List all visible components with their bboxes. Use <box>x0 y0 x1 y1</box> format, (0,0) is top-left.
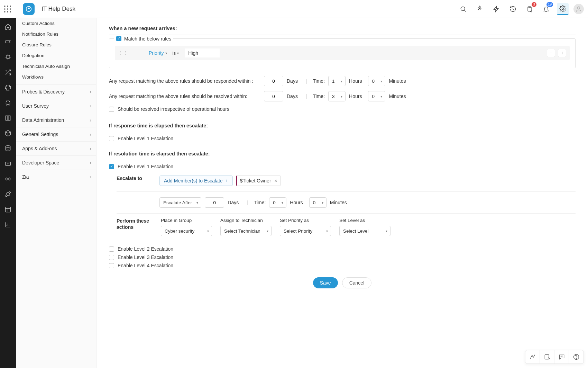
enable-l3-checkbox[interactable] <box>109 255 114 260</box>
svg-rect-18 <box>545 354 549 359</box>
resolve-days-input[interactable] <box>264 91 283 101</box>
rail-money-icon[interactable] <box>2 158 14 170</box>
rail-tool-icon[interactable] <box>2 188 14 200</box>
days-unit: Days <box>228 200 239 205</box>
gear-icon[interactable] <box>557 3 569 15</box>
set-priority-select[interactable]: Select Priority <box>280 226 331 236</box>
rail-puzzle-icon[interactable] <box>2 82 14 93</box>
chevron-right-icon: › <box>90 103 91 109</box>
cancel-button[interactable]: Cancel <box>342 277 372 288</box>
time-label: Time: <box>313 78 325 84</box>
rule-value-input[interactable]: High <box>185 48 220 57</box>
sidebar-item[interactable]: Technician Auto Assign <box>16 61 96 72</box>
rules-box: Match the below rules ⋮⋮ Priority▾ is▾ H… <box>109 38 576 68</box>
bell-icon[interactable]: 19 <box>540 3 552 15</box>
bell-badge: 19 <box>546 2 553 7</box>
place-group-select[interactable]: Cyber security <box>161 226 212 236</box>
irrespective-checkbox[interactable] <box>109 107 114 112</box>
sidebar-item[interactable]: Custom Actions <box>16 18 96 29</box>
escalate-hours-select[interactable]: 0 <box>269 197 286 208</box>
sidebar-group[interactable]: Developer Space› <box>16 155 96 170</box>
settings-sidebar: Custom Actions Notification Rules Closur… <box>16 18 97 368</box>
escalate-minutes-select[interactable]: 0 <box>309 197 327 208</box>
time-label: Time: <box>254 200 266 205</box>
rule-field-select[interactable]: Priority▾ <box>149 50 167 56</box>
clipboard-icon[interactable]: 3 <box>524 3 535 15</box>
remove-rule-button[interactable]: − <box>547 49 555 57</box>
sidebar-group[interactable]: General Settings› <box>16 127 96 141</box>
enable-l1-resolution-checkbox[interactable] <box>109 164 114 169</box>
search-icon[interactable] <box>457 3 469 15</box>
remove-tag-icon[interactable]: × <box>275 178 277 183</box>
resolve-timing-row: Any request matching the above rules sho… <box>109 91 576 101</box>
rail-chart-icon[interactable] <box>2 219 14 231</box>
rail-db-icon[interactable] <box>2 143 14 154</box>
chevron-down-icon: ▾ <box>177 51 179 55</box>
resolve-label: Any request matching the above rules sho… <box>109 93 260 99</box>
bolt-icon[interactable] <box>490 3 502 15</box>
match-rules-checkbox[interactable] <box>116 36 121 41</box>
sidebar-group[interactable]: Zia› <box>16 170 96 184</box>
set-level-select[interactable]: Select Level <box>339 226 391 236</box>
enable-l4-checkbox[interactable] <box>109 263 114 268</box>
sidebar-group[interactable]: Apps & Add-ons› <box>16 141 96 155</box>
rail-layout-icon[interactable] <box>2 204 14 215</box>
respond-hours-select[interactable]: 1 <box>328 76 346 86</box>
respond-days-input[interactable] <box>264 76 283 86</box>
svg-point-7 <box>7 11 8 12</box>
rail-bug-icon[interactable] <box>2 51 14 63</box>
resolve-minutes-select[interactable]: 0 <box>368 91 385 101</box>
add-members-button[interactable]: Add Member(s) to Escalate + <box>159 176 233 186</box>
sidebar-item[interactable]: Delegation <box>16 50 96 61</box>
app-logo-icon <box>23 3 35 15</box>
respond-minutes-select[interactable]: 0 <box>368 76 385 86</box>
match-rules-label: Match the below rules <box>124 36 171 42</box>
edit-note-icon[interactable] <box>540 350 554 363</box>
sidebar-item[interactable]: Workflows <box>16 72 96 82</box>
sidebar-group[interactable]: Data Administration› <box>16 113 96 127</box>
pin-icon[interactable] <box>474 3 486 15</box>
resolve-hours-select[interactable]: 3 <box>328 91 346 101</box>
escalate-after-select[interactable]: Escalate After <box>159 197 201 208</box>
svg-point-0 <box>4 5 6 7</box>
apps-grid-icon[interactable] <box>3 4 12 14</box>
sidebar-group-label: Apps & Add-ons <box>22 146 57 151</box>
rail-rocket-icon[interactable] <box>2 97 14 109</box>
drag-handle-icon[interactable]: ⋮⋮ <box>118 50 128 56</box>
user-avatar[interactable] <box>573 4 584 14</box>
enable-l4-label: Enable Level 4 Escalation <box>118 263 173 268</box>
chevron-right-icon: › <box>90 89 91 95</box>
sidebar-item[interactable]: Notification Rules <box>16 29 96 39</box>
respond-label: Any request matching the above rules sho… <box>109 78 260 84</box>
escalate-days-input[interactable] <box>205 197 224 208</box>
rail-handshake-icon[interactable] <box>2 173 14 185</box>
sidebar-group[interactable]: User Survey› <box>16 99 96 113</box>
top-header: IT Help Desk 3 19 <box>0 0 588 18</box>
enable-l1-response-checkbox[interactable] <box>109 136 114 141</box>
enable-l2-checkbox[interactable] <box>109 246 114 252</box>
add-rule-button[interactable]: + <box>558 49 566 57</box>
history-icon[interactable] <box>507 3 519 15</box>
save-button[interactable]: Save <box>313 277 338 288</box>
assign-tech-select[interactable]: Select Technician <box>220 226 272 236</box>
rail-shuffle-icon[interactable] <box>2 66 14 78</box>
svg-point-10 <box>461 7 465 11</box>
help-icon[interactable] <box>569 350 584 363</box>
clipboard-badge: 3 <box>532 2 536 7</box>
svg-point-15 <box>6 146 10 147</box>
sidebar-item[interactable]: Closure Rules <box>16 39 96 50</box>
zia-icon[interactable] <box>525 350 540 363</box>
days-unit: Days <box>287 78 298 84</box>
sidebar-group-label: User Survey <box>22 103 49 109</box>
enable-l2-label: Enable Level 2 Escalation <box>118 246 173 252</box>
sidebar-group[interactable]: Probes & Discovery› <box>16 84 96 99</box>
chevron-right-icon: › <box>90 146 91 151</box>
chat-icon[interactable] <box>554 350 569 363</box>
rail-box-icon[interactable] <box>2 127 14 139</box>
hours-unit: Hours <box>349 78 362 84</box>
perform-label: Perform these actions <box>117 218 151 230</box>
rail-book-icon[interactable] <box>2 112 14 124</box>
rule-operator-select[interactable]: is▾ <box>173 51 179 56</box>
rail-home-icon[interactable] <box>2 21 14 33</box>
rail-ticket-icon[interactable] <box>2 36 14 48</box>
